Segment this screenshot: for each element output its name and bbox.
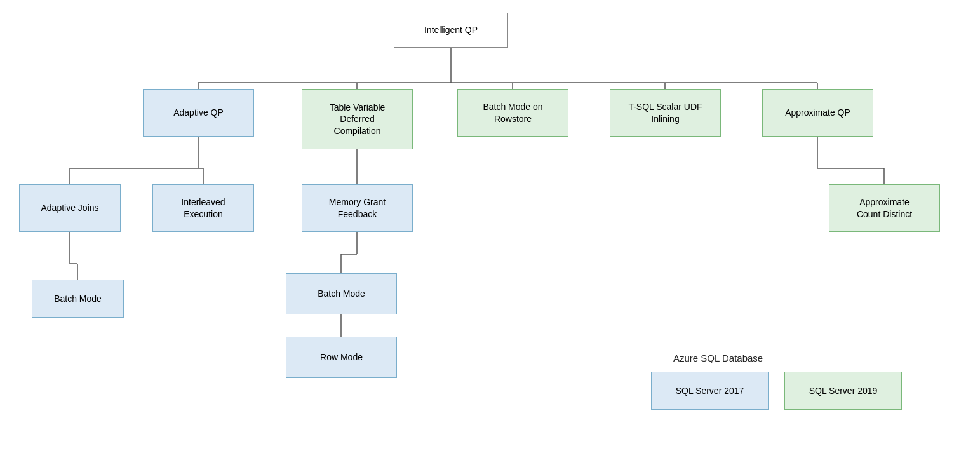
node-table-var: Table VariableDeferredCompilation (302, 89, 413, 149)
node-label: SQL Server 2019 (809, 385, 878, 396)
node-sql2017: SQL Server 2017 (651, 372, 769, 410)
node-adaptive-qp: Adaptive QP (143, 89, 254, 137)
node-label: Batch Mode (318, 288, 365, 299)
node-batch-mode-rowstore: Batch Mode onRowstore (457, 89, 568, 137)
node-label: SQL Server 2017 (676, 385, 744, 396)
node-batch-mode-mgf: Batch Mode (286, 273, 397, 314)
diagram: Intelligent QP Adaptive QP Table Variabl… (0, 0, 980, 453)
node-label: Batch Mode (54, 293, 102, 304)
node-tsql-scalar: T-SQL Scalar UDFInlining (610, 89, 721, 137)
node-label: ApproximateCount Distinct (857, 196, 912, 219)
node-label: Approximate QP (785, 107, 850, 118)
node-approximate-qp: Approximate QP (762, 89, 873, 137)
node-sql2019: SQL Server 2019 (784, 372, 902, 410)
node-label: Row Mode (320, 351, 363, 363)
node-label: Intelligent QP (424, 24, 478, 36)
node-approximate-count: ApproximateCount Distinct (829, 184, 940, 232)
node-adaptive-joins: Adaptive Joins (19, 184, 121, 232)
node-label: T-SQL Scalar UDFInlining (628, 101, 702, 124)
node-intelligent-qp: Intelligent QP (394, 13, 508, 48)
node-label: Memory GrantFeedback (329, 196, 386, 219)
node-label: Table VariableDeferredCompilation (330, 102, 386, 137)
node-batch-mode-aj: Batch Mode (32, 280, 124, 318)
node-row-mode-mgf: Row Mode (286, 337, 397, 378)
node-label: InterleavedExecution (181, 196, 225, 219)
node-label: Adaptive Joins (41, 202, 98, 213)
node-interleaved-exec: InterleavedExecution (152, 184, 254, 232)
node-memory-grant: Memory GrantFeedback (302, 184, 413, 232)
node-label: Adaptive QP (173, 107, 224, 118)
azure-sql-label: Azure SQL Database (673, 353, 763, 363)
node-label: Batch Mode onRowstore (483, 101, 542, 124)
